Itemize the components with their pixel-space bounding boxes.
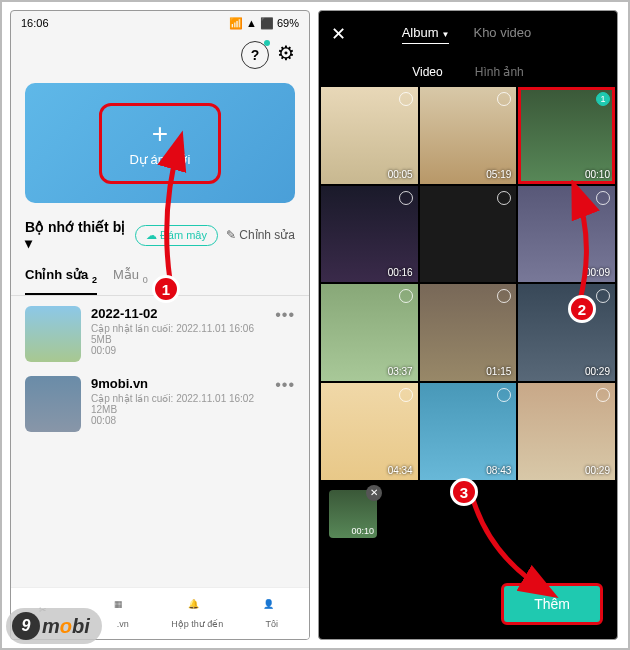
media-grid: 00:05 05:19 100:10 00:16 00:09 03:37 01:… (319, 87, 617, 480)
storage-title: Bộ nhớ thiết bị ▾ (25, 219, 127, 251)
project-size: 5MB (91, 334, 265, 345)
marker-1: 1 (152, 275, 180, 303)
top-icons: ? ⚙ (11, 35, 309, 75)
media-cell[interactable]: 08:43 (420, 383, 517, 480)
marker-2: 2 (568, 295, 596, 323)
project-updated: Cập nhật lần cuối: 2022.11.01 16:02 (91, 393, 265, 404)
project-title: 9mobi.vn (91, 376, 265, 391)
media-cell[interactable]: 04:34 (321, 383, 418, 480)
media-tabs: Video Hình ảnh (319, 57, 617, 87)
edit-link[interactable]: ✎ Chỉnh sửa (226, 228, 295, 242)
new-project-label: Dự án mới (130, 152, 191, 167)
status-battery: 📶 ▲ ⬛ 69% (229, 17, 299, 30)
media-cell-selected[interactable]: 100:10 (518, 87, 615, 184)
more-icon[interactable]: ••• (275, 376, 295, 394)
marker-3: 3 (450, 478, 478, 506)
media-cell[interactable]: 00:29 (518, 383, 615, 480)
nav-inbox[interactable]: 🔔Hộp thư đến (160, 588, 235, 639)
new-project-hero[interactable]: + Dự án mới (25, 83, 295, 203)
tab-album[interactable]: Album▼ (402, 25, 450, 44)
settings-icon[interactable]: ⚙ (277, 41, 295, 69)
storage-bar: Bộ nhớ thiết bị ▾ ☁ Đám mây ✎ Chỉnh sửa (11, 211, 309, 259)
media-cell[interactable]: 01:15 (420, 284, 517, 381)
media-cell[interactable]: 05:19 (420, 87, 517, 184)
tab-video[interactable]: Video (412, 65, 442, 79)
media-cell[interactable]: 00:09 (518, 186, 615, 283)
status-bar: 16:06 📶 ▲ ⬛ 69% (11, 11, 309, 35)
close-icon[interactable]: ✕ (331, 23, 346, 45)
picker-top: ✕ Album▼ Kho video (319, 11, 617, 57)
remove-icon[interactable]: ✕ (366, 485, 382, 501)
media-cell[interactable] (420, 186, 517, 283)
status-time: 16:06 (21, 17, 49, 29)
add-button[interactable]: Thêm (501, 583, 603, 625)
media-cell[interactable]: 00:05 (321, 87, 418, 184)
tab-template[interactable]: Mẫu 0 (113, 259, 148, 295)
project-size: 12MB (91, 404, 265, 415)
help-icon[interactable]: ? (241, 41, 269, 69)
list-item[interactable]: 9mobi.vn Cập nhật lần cuối: 2022.11.01 1… (25, 376, 295, 432)
list-item[interactable]: 2022-11-02 Cập nhật lần cuối: 2022.11.01… (25, 306, 295, 362)
project-dur: 00:08 (91, 415, 265, 426)
project-title: 2022-11-02 (91, 306, 265, 321)
media-cell[interactable]: 00:29 (518, 284, 615, 381)
project-updated: Cập nhật lần cuối: 2022.11.01 16:06 (91, 323, 265, 334)
tab-edit[interactable]: Chỉnh sửa 2 (25, 259, 97, 295)
project-dur: 00:09 (91, 345, 265, 356)
media-cell[interactable]: 00:16 (321, 186, 418, 283)
selected-thumb[interactable]: ✕ 00:10 (329, 490, 377, 538)
project-list: 2022-11-02 Cập nhật lần cuối: 2022.11.01… (11, 296, 309, 456)
nav-profile[interactable]: 👤Tôi (235, 588, 310, 639)
phone-right: ✕ Album▼ Kho video Video Hình ảnh 00:05 … (318, 10, 618, 640)
chevron-down-icon: ▼ (442, 30, 450, 39)
media-cell[interactable]: 03:37 (321, 284, 418, 381)
selected-dur: 00:10 (351, 526, 374, 536)
more-icon[interactable]: ••• (275, 306, 295, 324)
tab-store[interactable]: Kho video (473, 25, 531, 44)
project-thumb (25, 376, 81, 432)
watermark: 9mobi (6, 608, 102, 644)
tab-image[interactable]: Hình ảnh (475, 65, 524, 79)
cloud-button[interactable]: ☁ Đám mây (135, 225, 218, 246)
new-project-button[interactable]: + Dự án mới (99, 103, 222, 184)
phone-left: 16:06 📶 ▲ ⬛ 69% ? ⚙ + Dự án mới Bộ nhớ t… (10, 10, 310, 640)
project-thumb (25, 306, 81, 362)
plus-icon: + (152, 120, 168, 148)
